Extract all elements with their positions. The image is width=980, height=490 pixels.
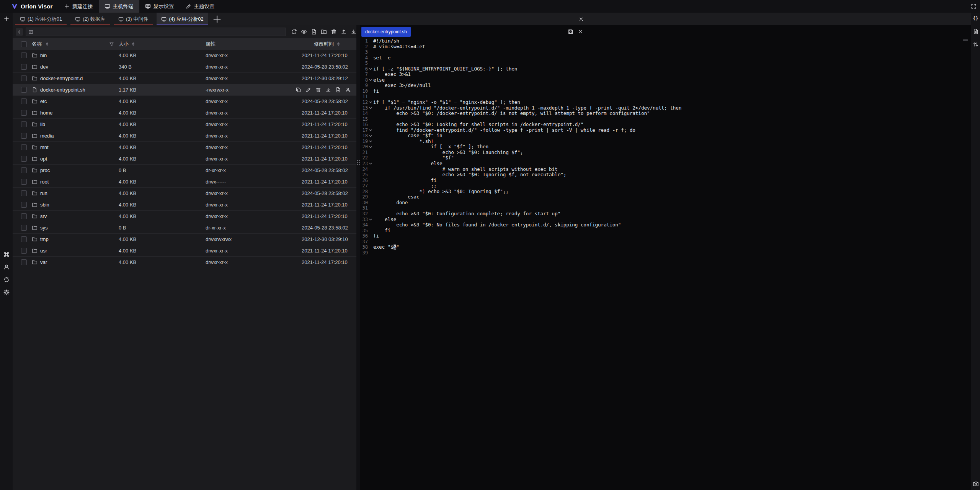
code-line-12[interactable]: 12if [ "$1" = "nginx" -o "$1" = "nginx-d… <box>360 100 971 105</box>
permission-action-button[interactable] <box>345 87 351 93</box>
edit-action-button[interactable] <box>305 87 311 93</box>
code-line-14[interactable]: 14 echo >&3 "$0: /docker-entrypoint.d/ i… <box>360 111 971 116</box>
fold-chevron-icon[interactable] <box>368 134 373 138</box>
row-checkbox[interactable] <box>21 190 27 196</box>
menu-new-connection[interactable]: 新建连接 <box>58 0 99 13</box>
code-line-29[interactable]: 29 esac <box>360 194 971 200</box>
sort-carets-icon[interactable] <box>132 42 134 46</box>
menu-display-settings[interactable]: 显示设置 <box>139 0 180 13</box>
fold-chevron-icon[interactable] <box>368 106 373 110</box>
file-row-opt[interactable]: opt4.00 KBdrwxr-xr-x2021-11-24 17:20:10 <box>13 153 356 165</box>
terminal-tab-1[interactable]: (1) 应用-分析01 <box>15 13 67 25</box>
file-row-usr[interactable]: usr4.00 KBdrwxr-xr-x2021-11-24 17:20:10 <box>13 245 356 257</box>
file-row-etc[interactable]: etc4.00 KBdrwxr-xr-x2024-05-28 23:58:02 <box>13 96 356 107</box>
file-row-media[interactable]: media4.00 KBdrwxr-xr-x2021-11-24 17:20:1… <box>13 130 356 142</box>
code-line-22[interactable]: 22 "$f" <box>360 155 971 161</box>
row-checkbox[interactable] <box>21 213 27 219</box>
row-checkbox[interactable] <box>21 75 27 81</box>
code-line-26[interactable]: 26 fi <box>360 178 971 184</box>
code-line-10[interactable]: 10fi <box>360 88 971 94</box>
file-row-tmp[interactable]: tmp4.00 KBdrwxrwxrwx2021-12-30 03:29:10 <box>13 234 356 245</box>
row-checkbox[interactable] <box>21 64 27 70</box>
row-checkbox[interactable] <box>21 133 27 139</box>
code-line-16[interactable]: 16 echo >&3 "$0: Looking for shell scrip… <box>360 122 971 128</box>
code-line-13[interactable]: 13 if /usr/bin/find "/docker-entrypoint.… <box>360 105 971 111</box>
code-line-19[interactable]: 19 *.sh) <box>360 139 971 144</box>
code-line-17[interactable]: 17 find "/docker-entrypoint.d/" -follow … <box>360 128 971 133</box>
code-line-32[interactable]: 32 echo >&3 "$0: Configuration complete;… <box>360 211 971 217</box>
code-line-5[interactable]: 5 <box>360 61 971 66</box>
row-checkbox[interactable] <box>21 110 27 116</box>
path-input[interactable] <box>36 29 283 35</box>
file-row-sys[interactable]: sys0 Bdr-xr-xr-x2024-05-28 23:58:02 <box>13 222 356 234</box>
delete-button[interactable] <box>331 29 337 35</box>
file-row-mnt[interactable]: mnt4.00 KBdrwxr-xr-x2021-11-24 17:20:10 <box>13 142 356 153</box>
copy-action-button[interactable] <box>296 87 301 93</box>
code-line-36[interactable]: 36fi <box>360 233 971 239</box>
code-line-31[interactable]: 31 <box>360 205 971 211</box>
file-row-docker-entrypoint.d[interactable]: docker-entrypoint.d4.00 KBdrwxr-xr-x2021… <box>13 73 356 84</box>
sort-carets-icon[interactable] <box>337 42 340 46</box>
code-line-33[interactable]: 33 else <box>360 217 971 223</box>
fold-chevron-icon[interactable] <box>368 162 373 166</box>
select-all-checkbox[interactable] <box>21 41 27 47</box>
back-button[interactable] <box>16 28 23 36</box>
terminal-tab-3[interactable]: (3) 中间件 <box>114 13 153 25</box>
fold-chevron-icon[interactable] <box>368 100 373 104</box>
file-row-docker-entrypoint.sh[interactable]: docker-entrypoint.sh1.17 KB-rwxrwxr-x <box>13 84 356 96</box>
new-tab-button[interactable] <box>0 15 13 23</box>
code-line-4[interactable]: 4set -e <box>360 55 971 61</box>
code-line-15[interactable]: 15 <box>360 116 971 122</box>
row-checkbox[interactable] <box>21 156 27 162</box>
fold-chevron-icon[interactable] <box>368 128 373 132</box>
move-action-button[interactable] <box>335 87 341 93</box>
transfer-list-button[interactable] <box>971 41 980 48</box>
code-line-2[interactable]: 2# vim:sw=4:ts=4:et <box>360 44 971 50</box>
file-row-root[interactable]: root4.00 KBdrwx------2021-11-24 17:20:10 <box>13 176 356 188</box>
code-line-38[interactable]: 38exec "$@" <box>360 244 971 250</box>
code-line-24[interactable]: 24 # warn on shell scripts without exec … <box>360 167 971 172</box>
code-line-1[interactable]: 1#!/bin/sh <box>360 38 971 44</box>
code-line-7[interactable]: 7 exec 3>&1 <box>360 72 971 77</box>
code-line-11[interactable]: 11 <box>360 94 971 100</box>
row-checkbox[interactable] <box>21 202 27 208</box>
file-row-var[interactable]: var4.00 KBdrwxr-xr-x2021-11-24 17:20:10 <box>13 257 356 268</box>
code-line-25[interactable]: 25 echo >&3 "$0: Ignoring $f, not execut… <box>360 172 971 178</box>
file-row-run[interactable]: run4.00 KBdrwxr-xr-x2024-05-28 23:58:02 <box>13 188 356 199</box>
row-checkbox[interactable] <box>21 52 27 58</box>
row-checkbox[interactable] <box>21 121 27 127</box>
file-row-bin[interactable]: bin4.00 KBdrwxr-xr-x2021-11-24 17:20:10 <box>13 50 356 61</box>
toggle-hidden-files-button[interactable] <box>301 29 307 35</box>
row-checkbox[interactable] <box>21 87 27 93</box>
sync-button[interactable] <box>0 276 13 284</box>
code-line-9[interactable]: 9 exec 3>/dev/null <box>360 83 971 88</box>
terminal-tab-2[interactable]: (2) 数据库 <box>70 13 110 25</box>
code-line-30[interactable]: 30 done <box>360 200 971 206</box>
code-line-18[interactable]: 18 case "$f" in <box>360 133 971 139</box>
add-tab-button[interactable] <box>212 14 222 24</box>
file-manager-button[interactable] <box>971 28 980 35</box>
variables-button[interactable]: {} <box>971 15 980 22</box>
create-file-button[interactable] <box>311 29 317 35</box>
code-line-20[interactable]: 20 if [ -x "$f" ]; then <box>360 144 971 150</box>
fullscreen-icon[interactable] <box>971 3 977 9</box>
row-checkbox[interactable] <box>21 248 27 254</box>
file-row-sbin[interactable]: sbin4.00 KBdrwxr-xr-x2021-11-24 17:20:10 <box>13 199 356 211</box>
download-action-button[interactable] <box>325 87 331 93</box>
code-line-35[interactable]: 35 fi <box>360 228 971 234</box>
file-row-srv[interactable]: srv4.00 KBdrwxr-xr-x2021-11-24 17:20:10 <box>13 211 356 222</box>
fold-chevron-icon[interactable] <box>368 139 373 143</box>
save-icon[interactable] <box>568 29 573 34</box>
code-line-3[interactable]: 3 <box>360 49 971 55</box>
panel-splitter[interactable] <box>356 25 360 490</box>
file-row-lib[interactable]: lib4.00 KBdrwxr-xr-x2021-11-24 17:20:10 <box>13 119 356 130</box>
download-button[interactable] <box>351 29 357 35</box>
file-row-home[interactable]: home4.00 KBdrwxr-xr-x2021-11-24 17:20:10 <box>13 107 356 119</box>
sort-carets-icon[interactable] <box>46 42 48 46</box>
code-line-21[interactable]: 21 echo >&3 "$0: Launching $f"; <box>360 150 971 156</box>
row-checkbox[interactable] <box>21 144 27 150</box>
terminal-tab-4[interactable]: (4) 应用-分析02 <box>157 13 208 25</box>
filter-icon[interactable] <box>109 42 114 47</box>
close-panel-button[interactable] <box>578 13 584 25</box>
file-row-dev[interactable]: dev340 Bdrwxr-xr-x2024-05-28 23:58:02 <box>13 61 356 73</box>
